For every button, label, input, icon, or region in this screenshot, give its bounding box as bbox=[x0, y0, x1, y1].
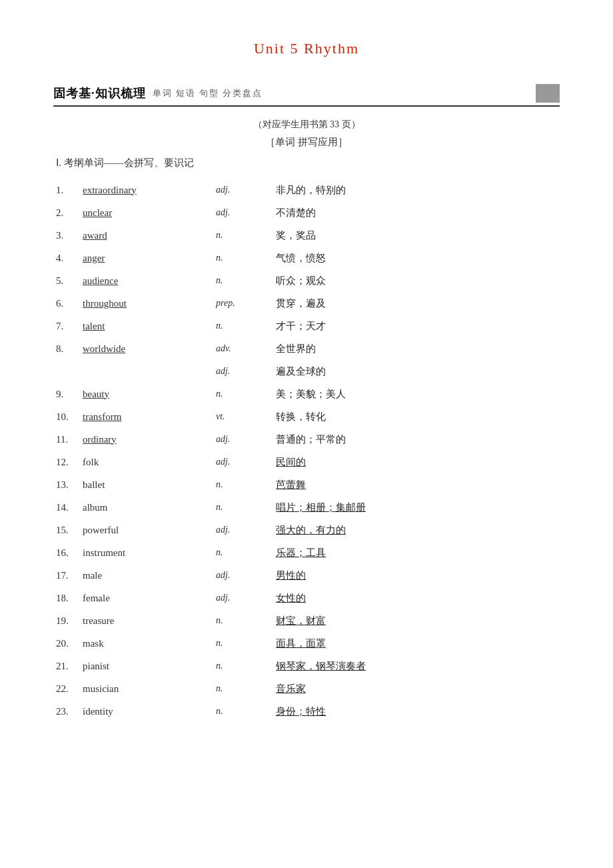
table-row: 15.powerfuladj.强大的，有力的 bbox=[53, 519, 560, 541]
table-row: 9.beautyn.美；美貌；美人 bbox=[53, 383, 560, 405]
word-meaning: 气愤，愤怒 bbox=[276, 247, 560, 269]
word-number: 2. bbox=[53, 201, 83, 224]
word-number: 5. bbox=[53, 269, 83, 292]
table-row: 8.worldwideadv.全世界的 bbox=[53, 337, 560, 360]
table-row: 18.femaleadj.女性的 bbox=[53, 587, 560, 609]
word-meaning: 身份；特性 bbox=[276, 700, 560, 723]
table-row: 10.transformvt.转换，转化 bbox=[53, 405, 560, 428]
word-meaning: 钢琴家，钢琴演奏者 bbox=[276, 655, 560, 677]
word-meaning: 不清楚的 bbox=[276, 201, 560, 224]
word-number: 17. bbox=[53, 564, 83, 587]
word-entry: beauty bbox=[83, 383, 216, 405]
word-number: 16. bbox=[53, 541, 83, 564]
word-entry: female bbox=[83, 587, 216, 609]
word-number: 15. bbox=[53, 519, 83, 541]
table-row: 23.identityn.身份；特性 bbox=[53, 700, 560, 723]
word-entry: throughout bbox=[83, 292, 216, 315]
table-row: 21.pianistn.钢琴家，钢琴演奏者 bbox=[53, 655, 560, 677]
word-number: 1. bbox=[53, 179, 83, 201]
table-row: 2.unclearadj.不清楚的 bbox=[53, 201, 560, 224]
table-row: 14.albumn.唱片；相册；集邮册 bbox=[53, 496, 560, 519]
word-pos: n. bbox=[216, 655, 276, 677]
word-meaning: 美；美貌；美人 bbox=[276, 383, 560, 405]
word-meaning: 唱片；相册；集邮册 bbox=[276, 496, 560, 519]
word-number: 23. bbox=[53, 700, 83, 723]
word-pos: adj. bbox=[216, 564, 276, 587]
word-number: 6. bbox=[53, 292, 83, 315]
table-row: 13.balletn.芭蕾舞 bbox=[53, 473, 560, 496]
word-entry: audience bbox=[83, 269, 216, 292]
word-pos: n. bbox=[216, 315, 276, 337]
word-meaning: 奖，奖品 bbox=[276, 224, 560, 247]
word-meaning: 强大的，有力的 bbox=[276, 519, 560, 541]
word-pos: n. bbox=[216, 269, 276, 292]
category-label: Ⅰ. 考纲单词——会拼写、要识记 bbox=[56, 157, 560, 169]
word-pos: n. bbox=[216, 632, 276, 655]
word-meaning: 男性的 bbox=[276, 564, 560, 587]
word-pos: adj. bbox=[216, 201, 276, 224]
word-meaning: 音乐家 bbox=[276, 677, 560, 700]
word-meaning: 普通的；平常的 bbox=[276, 428, 560, 451]
word-meaning: 转换，转化 bbox=[276, 405, 560, 428]
word-entry: talent bbox=[83, 315, 216, 337]
word-meaning: 民间的 bbox=[276, 451, 560, 473]
word-entry: album bbox=[83, 496, 216, 519]
word-number: 9. bbox=[53, 383, 83, 405]
word-number: 22. bbox=[53, 677, 83, 700]
word-meaning: 遍及全球的 bbox=[276, 360, 560, 383]
section-subtitle: 单词 短语 句型 分类盘点 bbox=[153, 87, 263, 99]
word-number: 21. bbox=[53, 655, 83, 677]
word-pos: n. bbox=[216, 224, 276, 247]
table-row: 5.audiencen.听众；观众 bbox=[53, 269, 560, 292]
word-entry: treasure bbox=[83, 609, 216, 632]
word-pos: n. bbox=[216, 473, 276, 496]
word-meaning: 贯穿，遍及 bbox=[276, 292, 560, 315]
table-row: 3.awardn.奖，奖品 bbox=[53, 224, 560, 247]
word-entry: anger bbox=[83, 247, 216, 269]
word-number: 20. bbox=[53, 632, 83, 655]
word-entry: extraordinary bbox=[83, 179, 216, 201]
word-pos: adv. bbox=[216, 337, 276, 360]
word-entry: identity bbox=[83, 700, 216, 723]
word-number: 19. bbox=[53, 609, 83, 632]
word-meaning: 全世界的 bbox=[276, 337, 560, 360]
section-icon bbox=[536, 84, 560, 103]
word-number: 10. bbox=[53, 405, 83, 428]
word-meaning: 才干；天才 bbox=[276, 315, 560, 337]
word-meaning: 面具，面罩 bbox=[276, 632, 560, 655]
section-header: 固考基·知识梳理 单词 短语 句型 分类盘点 bbox=[53, 84, 560, 107]
word-entry: mask bbox=[83, 632, 216, 655]
word-pos: n. bbox=[216, 677, 276, 700]
table-row: 17.maleadj.男性的 bbox=[53, 564, 560, 587]
table-row: 4.angern.气愤，愤怒 bbox=[53, 247, 560, 269]
word-pos: prep. bbox=[216, 292, 276, 315]
page-ref: （对应学生用书第 33 页） bbox=[53, 119, 560, 131]
page-title: Unit 5 Rhythm bbox=[53, 40, 560, 57]
table-row: 6.throughoutprep.贯穿，遍及 bbox=[53, 292, 560, 315]
word-number: 18. bbox=[53, 587, 83, 609]
word-pos: adj. bbox=[216, 360, 276, 383]
word-meaning: 非凡的，特别的 bbox=[276, 179, 560, 201]
word-number: 11. bbox=[53, 428, 83, 451]
word-entry: powerful bbox=[83, 519, 216, 541]
word-number: 7. bbox=[53, 315, 83, 337]
word-pos: adj. bbox=[216, 587, 276, 609]
word-pos: n. bbox=[216, 247, 276, 269]
section-main-title: 固考基·知识梳理 bbox=[53, 85, 146, 101]
word-meaning: 女性的 bbox=[276, 587, 560, 609]
vocab-table: 1.extraordinaryadj.非凡的，特别的2.unclearadj.不… bbox=[53, 179, 560, 723]
table-row: 19.treasuren.财宝，财富 bbox=[53, 609, 560, 632]
word-pos: n. bbox=[216, 541, 276, 564]
word-meaning: 芭蕾舞 bbox=[276, 473, 560, 496]
table-row: 7.talentn.才干；天才 bbox=[53, 315, 560, 337]
word-pos: n. bbox=[216, 383, 276, 405]
word-entry: musician bbox=[83, 677, 216, 700]
word-entry: male bbox=[83, 564, 216, 587]
word-pos: adj. bbox=[216, 519, 276, 541]
table-row: 11.ordinaryadj.普通的；平常的 bbox=[53, 428, 560, 451]
word-entry: ballet bbox=[83, 473, 216, 496]
word-pos: adj. bbox=[216, 179, 276, 201]
word-meaning: 乐器；工具 bbox=[276, 541, 560, 564]
word-meaning: 听众；观众 bbox=[276, 269, 560, 292]
table-row: 12.folkadj.民间的 bbox=[53, 451, 560, 473]
